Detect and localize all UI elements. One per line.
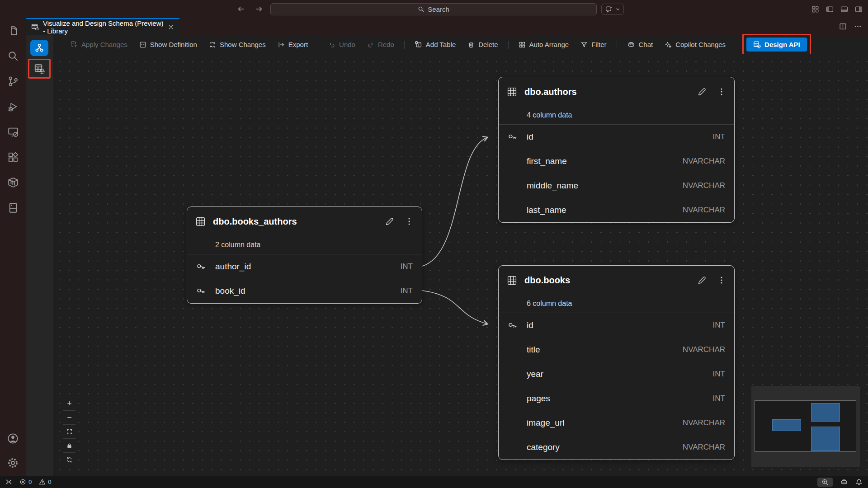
zoom-out-button[interactable]: − [63, 411, 75, 425]
copilot-status-icon[interactable] [840, 478, 848, 486]
zoom-in-button[interactable]: + [63, 397, 75, 411]
edge-books-authors-to-books [422, 291, 487, 324]
explorer-icon[interactable] [6, 24, 20, 38]
notifications-bell-icon[interactable] [855, 479, 863, 486]
column-row: author_id INT [187, 254, 422, 279]
tab-bar: Visualize and Design Schema (Preview) - … [26, 18, 868, 35]
search-input[interactable]: Search [270, 3, 597, 15]
remote-explorer-icon[interactable] [6, 125, 20, 139]
run-debug-icon[interactable] [6, 100, 20, 113]
column-name: id [527, 320, 713, 330]
filter-button[interactable]: Filter [575, 38, 612, 52]
customize-layout-icon[interactable] [811, 5, 819, 13]
add-table-button[interactable]: Add Table [409, 38, 462, 52]
highlight-box-table-config [28, 59, 51, 79]
show-changes-button[interactable]: Show Changes [203, 38, 272, 52]
key-icon [196, 262, 215, 272]
delete-button[interactable]: Delete [462, 38, 504, 52]
source-control-icon[interactable] [6, 75, 20, 88]
column-name: book_id [215, 286, 401, 296]
schema-canvas[interactable]: dbo.books_authors 2 column data author_i… [52, 54, 868, 476]
undo-button[interactable]: Undo [322, 38, 361, 52]
column-row: year INT [499, 362, 734, 386]
search-activity-icon[interactable] [6, 49, 20, 63]
schema-designer-tab-icon [31, 23, 39, 31]
schema-view-button[interactable] [30, 40, 48, 56]
kebab-menu-icon[interactable] [717, 276, 726, 285]
forward-arrow-icon[interactable] [255, 5, 263, 13]
kebab-menu-icon[interactable] [717, 87, 726, 96]
chat-button[interactable]: Chat [621, 38, 659, 52]
settings-gear-icon[interactable] [6, 456, 20, 469]
sparkle-icon [665, 41, 672, 48]
definition-icon [139, 41, 146, 48]
toolbar-separator [617, 41, 617, 49]
extensions-icon[interactable] [6, 150, 20, 164]
minimap-node-books-authors [772, 419, 801, 431]
table-config-button[interactable] [31, 61, 47, 77]
tab-visualize-design-schema[interactable]: Visualize and Design Schema (Preview) - … [26, 18, 179, 35]
table-name: dbo.books [524, 275, 697, 286]
add-table-icon [415, 41, 422, 48]
relationship-edges [52, 54, 868, 476]
account-icon[interactable] [6, 432, 20, 445]
undo-icon [328, 41, 335, 48]
column-name: id [527, 132, 713, 142]
container-icon[interactable] [6, 176, 20, 189]
copilot-menu-button[interactable] [601, 4, 624, 15]
show-definition-button[interactable]: Show Definition [133, 38, 203, 52]
copilot-changes-button[interactable]: Copilot Changes [659, 38, 731, 52]
column-row: middle_name NVARCHAR [499, 174, 734, 198]
kebab-menu-icon[interactable] [405, 217, 414, 226]
more-actions-icon[interactable] [854, 23, 862, 30]
toggle-secondary-sidebar-icon[interactable] [855, 5, 863, 13]
column-name: category [527, 442, 683, 452]
apply-changes-button[interactable]: Apply Changes [64, 38, 133, 52]
edit-pencil-icon[interactable] [697, 87, 707, 97]
lock-button[interactable] [63, 439, 75, 453]
reset-sync-button[interactable] [63, 453, 75, 467]
canvas-zoom-indicator[interactable] [817, 478, 833, 487]
design-api-button[interactable]: Design API [746, 38, 807, 52]
table-node-books-authors[interactable]: dbo.books_authors 2 column data author_i… [187, 206, 422, 304]
minimap-node-authors [811, 403, 840, 422]
export-button[interactable]: Export [272, 38, 314, 52]
problems-warnings[interactable]: 0 [39, 479, 51, 485]
table-node-header: dbo.books [499, 266, 734, 295]
column-type: NVARCHAR [683, 206, 725, 215]
table-gear-icon [753, 41, 761, 48]
column-type: INT [713, 370, 725, 379]
tab-close-icon[interactable] [168, 24, 174, 30]
edit-pencil-icon[interactable] [384, 216, 395, 227]
remote-indicator-icon[interactable] [5, 479, 12, 485]
redo-label: Redo [378, 41, 394, 48]
designer-toolbar: Apply Changes Show Definition Show Chang… [52, 35, 868, 54]
toggle-sidebar-icon[interactable] [826, 5, 834, 13]
minimap[interactable] [751, 386, 860, 467]
toggle-panel-icon[interactable] [840, 5, 848, 13]
export-icon [278, 41, 285, 48]
back-arrow-icon[interactable] [237, 5, 245, 13]
auto-arrange-button[interactable]: Auto Arrange [513, 38, 575, 52]
split-editor-icon[interactable] [839, 23, 847, 30]
activity-bar [0, 18, 26, 476]
table-grid-icon [195, 216, 206, 227]
designer-side-panel [26, 35, 52, 476]
database-project-icon[interactable] [6, 201, 20, 215]
table-node-books[interactable]: dbo.books 6 column data id INT title NVA… [498, 265, 735, 460]
column-row: pages INT [499, 386, 734, 411]
table-node-authors[interactable]: dbo.authors 4 column data id INT first_n… [498, 77, 735, 223]
problems-errors[interactable]: 0 [19, 479, 32, 485]
edge-books-authors-to-authors [422, 137, 487, 266]
warning-count: 0 [48, 479, 51, 485]
fit-view-button[interactable] [63, 425, 75, 439]
edit-pencil-icon[interactable] [697, 275, 707, 286]
table-grid-icon [507, 87, 517, 97]
column-row: category NVARCHAR [499, 435, 734, 460]
layout-controls [811, 0, 863, 18]
toolbar-separator [404, 41, 405, 49]
redo-button[interactable]: Redo [361, 38, 400, 52]
column-type: INT [713, 321, 725, 330]
history-nav [237, 0, 263, 18]
copilot-face-icon [627, 41, 635, 49]
